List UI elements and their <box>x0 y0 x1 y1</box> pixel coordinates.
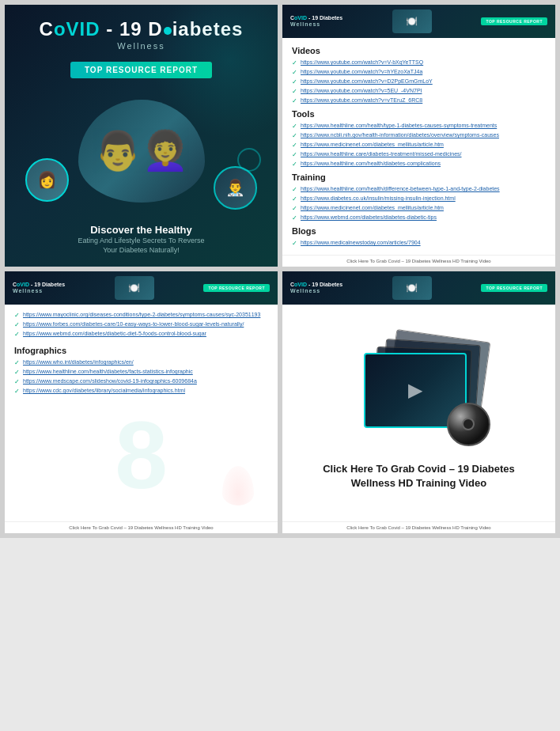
top-link-3[interactable]: https://www.webmd.com/diabetes/diabetic-… <box>23 330 206 337</box>
infographic-link-2[interactable]: https://www.healthline.com/health/diabet… <box>23 368 193 375</box>
video-cta-panel: CoVID - 19 Diabetes Wellness 🍽️ TOP RESO… <box>282 271 555 533</box>
report-section-tools: Tools <box>292 109 546 119</box>
list-item: ✓https://www.youtube.com/watch?v=vTEruZ_… <box>292 97 546 104</box>
cover-sub1: Eating And Lifestyle Secrets To Reverse <box>78 236 205 246</box>
report-section-videos: Videos <box>292 46 546 55</box>
teardrop-decor <box>222 466 254 506</box>
report-section-training: Training <box>292 172 546 182</box>
title-iabetes: iabetes <box>172 18 244 40</box>
infographic-link-1[interactable]: https://www.who.int/diabetes/infographic… <box>23 358 134 366</box>
tool-link-3[interactable]: https://www.medicinenet.com/diabetes_mel… <box>301 141 444 148</box>
title-ovid: oVID <box>54 18 100 40</box>
list-item: ✓https://www.healthline.com/health/diffe… <box>292 185 546 193</box>
video-link-2[interactable]: https://www.youtube.com/watch?v=hYEzoXaT… <box>301 68 422 75</box>
tool-link-5[interactable]: https://www.healthline.com/health/diabet… <box>301 160 441 167</box>
report-content: Videos ✓https://www.youtube.com/watch?v=… <box>282 38 555 255</box>
video-header: CoVID - 19 Diabetes Wellness 🍽️ TOP RESO… <box>282 271 555 305</box>
cover-panel: CoVID - 19 Diabetes Wellness TOP RESOURC… <box>5 5 278 267</box>
report-logo-line1: CoVID - 19 Diabetes <box>290 15 342 21</box>
report-header-image: 🍽️ <box>392 9 432 33</box>
top-link-1[interactable]: https://www.mayoclinic.org/diseases-cond… <box>23 311 260 318</box>
video-cta-line1: Click Here To Grab Covid – 19 Diabetes <box>323 463 515 475</box>
cover-title: CoVID - 19 Diabetes Wellness <box>40 19 244 51</box>
cover-main-photo <box>78 100 205 203</box>
checkmark-icon: ✓ <box>292 142 297 149</box>
report-section-blogs: Blogs <box>292 226 546 236</box>
checkmark-icon: ✓ <box>292 195 297 203</box>
cover-bottom-text: Discover the Healthy Eating And Lifestyl… <box>78 224 205 256</box>
blog-link-1[interactable]: https://www.medicalnewstoday.com/article… <box>301 239 421 246</box>
vlogo-ovid: oVID <box>294 282 307 287</box>
training-link-4[interactable]: https://www.webmd.com/diabetes/diabetes-… <box>301 214 437 221</box>
video-link-1[interactable]: https://www.youtube.com/watch?v=V-bXqYeT… <box>301 59 423 66</box>
list-item: ✓https://www.who.int/diabetes/infographi… <box>14 358 268 366</box>
list-item: ✓https://www.forbes.com/diabetes-care/10… <box>14 320 268 328</box>
report2-logo: CoVID - 19 Diabetes Wellness <box>13 282 65 295</box>
tool-link-2[interactable]: https://www.ncbli.nih.gov/health-informa… <box>301 131 499 138</box>
cover-image-area: 👩 👨‍⚕️ <box>17 85 265 217</box>
video-header-badge: TOP RESOURCE REPORT <box>481 284 547 292</box>
video-link-5[interactable]: https://www.youtube.com/watch?v=vTEruZ_6… <box>301 97 422 104</box>
checkmark-icon: ✓ <box>292 88 297 95</box>
report-tools-links: ✓https://www.healthline.com/health/type-… <box>292 122 546 168</box>
report2-top-links: ✓https://www.mayoclinic.org/diseases-con… <box>14 311 268 338</box>
cover-title-main: CoVID - 19 Diabetes <box>40 19 244 40</box>
video-disc <box>447 403 490 446</box>
checkmark-icon: ✓ <box>14 321 20 328</box>
infographic-link-4[interactable]: https://www.cdc.gov/diabetes/library/soc… <box>23 387 185 394</box>
report2-header-image: 🍽️ <box>115 276 154 300</box>
video-link-4[interactable]: https://www.youtube.com/watch?v=5EU_-4VN… <box>301 87 422 94</box>
video-footer[interactable]: Click Here To Grab Covid – 19 Diabetes W… <box>282 521 555 533</box>
tool-link-1[interactable]: https://www.healthline.com/health/type-1… <box>301 122 497 129</box>
checkmark-icon: ✓ <box>292 240 297 247</box>
report2-header-badge: TOP RESOURCE REPORT <box>203 284 270 292</box>
checkmark-icon: ✓ <box>14 331 20 338</box>
infographic-link-3[interactable]: https://www.medscape.com/slideshow/covid… <box>23 377 197 384</box>
checkmark-icon: ✓ <box>14 388 20 395</box>
cover-small-photo-2: 👨‍⚕️ <box>214 166 257 210</box>
report2-logo-line2: Wellness <box>13 288 65 294</box>
report2-infographic-links: ✓https://www.who.int/diabetes/infographi… <box>14 358 268 395</box>
report-header-badge: TOP RESOURCE REPORT <box>481 17 547 25</box>
list-item: ✓https://www.cdc.gov/diabetes/library/so… <box>14 387 268 395</box>
training-link-3[interactable]: https://www.medicinenet.com/diabetes_mel… <box>301 204 444 211</box>
video-content-area: Click Here To Grab Covid – 19 Diabetes W… <box>282 305 555 521</box>
checkmark-icon: ✓ <box>292 186 297 193</box>
report2-footer[interactable]: Click Here To Grab Covid – 19 Diabetes W… <box>5 521 278 533</box>
report2-panel: CoVID - 19 Diabetes Wellness 🍽️ TOP RESO… <box>5 271 278 533</box>
training-link-2[interactable]: https://www.diabetes.co.uk/insulin/missi… <box>301 195 456 202</box>
video-cta-line2: Wellness HD Training Video <box>351 477 486 489</box>
video-cta-text[interactable]: Click Here To Grab Covid – 19 Diabetes W… <box>323 462 515 490</box>
report-training-links: ✓https://www.healthline.com/health/diffe… <box>292 185 546 222</box>
report-logo: CoVID - 19 Diabetes Wellness <box>290 15 342 28</box>
report-video-links: ✓https://www.youtube.com/watch?v=V-bXqYe… <box>292 59 546 104</box>
video-header-image: 🍽️ <box>392 276 432 300</box>
checkmark-icon: ✓ <box>14 359 20 366</box>
checkmark-icon: ✓ <box>292 59 297 66</box>
report2-section-infographics: Infographics <box>14 346 268 355</box>
checkmark-icon: ✓ <box>14 312 20 319</box>
report2-header: CoVID - 19 Diabetes Wellness 🍽️ TOP RESO… <box>5 271 278 305</box>
list-item: ✓https://www.medscape.com/slideshow/covi… <box>14 377 268 385</box>
watermark-number: 8 <box>115 400 168 509</box>
video-link-3[interactable]: https://www.youtube.com/watch?v=D2PpEGmG… <box>301 78 433 85</box>
video-logo-line1: CoVID - 19 Diabetes <box>290 282 342 288</box>
training-link-1[interactable]: https://www.healthline.com/health/differ… <box>301 185 500 192</box>
title-19: 19 D <box>119 18 163 40</box>
report2-content: ✓https://www.mayoclinic.org/diseases-con… <box>5 305 278 521</box>
report-footer[interactable]: Click Here To Grab Covid – 19 Diabetes W… <box>282 255 555 267</box>
video-product-stack <box>348 335 490 446</box>
list-item: ✓https://www.youtube.com/watch?v=V-bXqYe… <box>292 59 546 66</box>
checkmark-icon: ✓ <box>14 378 20 385</box>
video-logo-text: CoVID - 19 Diabetes Wellness <box>290 282 342 295</box>
tool-link-4[interactable]: https://www.healthline.care/diabetes-tre… <box>301 150 461 157</box>
list-item: ✓https://www.webmd.com/diabetes/diabetes… <box>292 214 546 222</box>
list-item: ✓https://www.ncbli.nih.gov/health-inform… <box>292 131 546 139</box>
top-link-2[interactable]: https://www.forbes.com/diabetes-care/10-… <box>23 320 244 328</box>
list-item: ✓https://www.healthline.com/health/type-… <box>292 122 546 130</box>
cover-badge: TOP RESOURCE REPORT <box>70 62 212 78</box>
list-item: ✓https://www.healthline.care/diabetes-tr… <box>292 150 546 158</box>
vlogo-19: - 19 Diabetes <box>307 282 342 287</box>
checkmark-icon: ✓ <box>292 205 297 212</box>
list-item: ✓https://www.youtube.com/watch?v=5EU_-4V… <box>292 87 546 95</box>
